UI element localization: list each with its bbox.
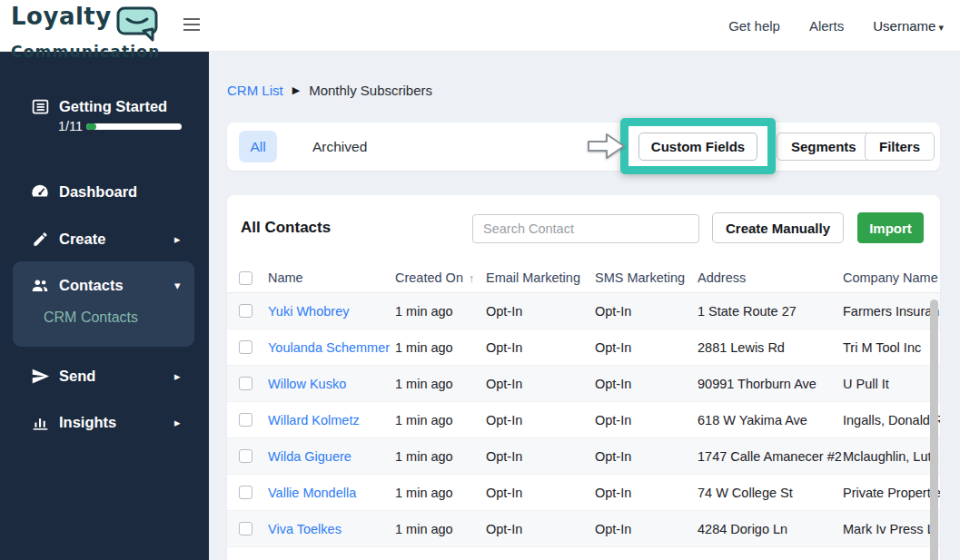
annotation-highlight-box: Custom Fields [620, 118, 776, 174]
get-help-link[interactable]: Get help [728, 18, 780, 34]
tab-all[interactable]: All [239, 131, 277, 162]
contact-name-link[interactable]: Viva Toelkes [268, 522, 341, 536]
cell-created-on: 1 min ago [395, 413, 486, 427]
cell-address: 618 W Yakima Ave [698, 413, 843, 427]
chevron-down-icon: ▾ [938, 22, 944, 33]
top-bar: Loyalty Communication Get help Alerts Us… [0, 0, 960, 52]
contact-name-link[interactable]: Youlanda Schemmer [268, 340, 390, 355]
breadcrumb-current: Monthly Subscribers [309, 83, 432, 98]
table-scrollbar-thumb[interactable] [930, 300, 938, 560]
annotation-arrow-icon [588, 133, 626, 160]
contact-name-link[interactable]: Willow Kusko [268, 377, 346, 391]
contact-name-link[interactable]: Wilda Giguere [268, 449, 351, 464]
cell-email-marketing: Opt-In [486, 377, 595, 391]
row-checkbox[interactable] [239, 449, 252, 463]
table-body: Yuki Whobrey 1 min ago Opt-In Opt-In 1 S… [227, 293, 940, 547]
table-row: Wilda Giguere 1 min ago Opt-In Opt-In 17… [227, 438, 940, 475]
sidebar-item-send[interactable]: Send ▸ [0, 364, 209, 388]
paper-plane-icon [30, 366, 50, 386]
hamburger-menu-icon[interactable] [183, 18, 202, 33]
username-menu[interactable]: Username▾ [873, 18, 944, 34]
table-header-row: Name Created On↑ Email Marketing SMS Mar… [227, 263, 940, 293]
cell-sms-marketing: Opt-In [595, 413, 698, 427]
table-row: Willow Kusko 1 min ago Opt-In Opt-In 909… [227, 366, 940, 402]
contact-name-link[interactable]: Yuki Whobrey [268, 304, 349, 319]
cell-address: 1 State Route 27 [698, 304, 843, 319]
import-button[interactable]: Import [857, 212, 924, 243]
table-row: Willard Kolmetz 1 min ago Opt-In Opt-In … [227, 402, 940, 438]
sidebar-item-insights[interactable]: Insights ▸ [0, 410, 209, 434]
username-label: Username [873, 18, 935, 34]
alerts-link[interactable]: Alerts [809, 18, 844, 34]
cell-created-on: 1 min ago [395, 449, 486, 464]
sidebar-item-crm-contacts[interactable]: CRM Contacts [44, 309, 138, 326]
breadcrumb: CRM List ▶ Monthly Subscribers [227, 83, 432, 98]
sidebar-item-getting-started[interactable]: Getting Started [0, 94, 209, 118]
custom-fields-button[interactable]: Custom Fields [638, 133, 757, 161]
chevron-down-icon: ▾ [174, 279, 181, 292]
checklist-icon [30, 96, 50, 116]
column-header-email-marketing[interactable]: Email Marketing [486, 270, 595, 285]
row-checkbox[interactable] [239, 340, 252, 354]
segments-button[interactable]: Segments [777, 133, 871, 161]
cell-email-marketing: Opt-In [486, 340, 595, 355]
created-on-label: Created On [395, 270, 463, 285]
cell-email-marketing: Opt-In [486, 486, 595, 500]
cell-email-marketing: Opt-In [486, 522, 595, 536]
contact-name-link[interactable]: Willard Kolmetz [268, 413, 360, 427]
cell-email-marketing: Opt-In [486, 449, 595, 464]
cell-created-on: 1 min ago [395, 486, 486, 500]
panel-title: All Contacts [241, 219, 331, 237]
cell-company-name: Mclaughlin, Luth [843, 449, 940, 464]
search-input[interactable] [472, 214, 699, 243]
column-header-address[interactable]: Address [698, 270, 843, 285]
progress-bar [86, 123, 182, 130]
table-row: Vallie Mondella 1 min ago Opt-In Opt-In … [227, 475, 940, 511]
cell-email-marketing: Opt-In [486, 304, 595, 319]
column-header-name[interactable]: Name [268, 270, 395, 285]
row-checkbox[interactable] [239, 377, 252, 390]
send-label: Send [59, 368, 95, 385]
table-row: Youlanda Schemmer 1 min ago Opt-In Opt-I… [227, 329, 940, 366]
cell-company-name: Private Propertie [843, 486, 940, 500]
progress-fill [86, 123, 96, 130]
row-checkbox[interactable] [239, 413, 252, 427]
column-header-sms-marketing[interactable]: SMS Marketing [595, 270, 698, 285]
cell-sms-marketing: Opt-In [595, 522, 698, 536]
filters-button[interactable]: Filters [865, 133, 935, 161]
cell-sms-marketing: Opt-In [595, 449, 698, 464]
sidebar-item-dashboard[interactable]: Dashboard [0, 180, 209, 203]
cell-address: 2881 Lewis Rd [698, 340, 843, 355]
row-checkbox[interactable] [239, 486, 252, 499]
speech-bubble-icon [116, 5, 158, 45]
cell-created-on: 1 min ago [395, 522, 486, 536]
dashboard-label: Dashboard [59, 183, 137, 201]
contact-name-link[interactable]: Vallie Mondella [268, 486, 356, 500]
select-all-checkbox[interactable] [239, 271, 252, 285]
contacts-people-icon [30, 275, 50, 295]
cell-address: 90991 Thorburn Ave [698, 377, 843, 391]
cell-company-name: Tri M Tool Inc [843, 340, 940, 355]
column-header-created-on[interactable]: Created On↑ [395, 270, 486, 285]
app-logo[interactable]: Loyalty Communication [11, 4, 161, 60]
chevron-right-icon: ▸ [174, 232, 181, 246]
pencil-icon [30, 229, 50, 249]
table-row: Viva Toelkes 1 min ago Opt-In Opt-In 428… [227, 511, 940, 547]
cell-created-on: 1 min ago [395, 377, 486, 391]
chevron-right-icon: ▸ [174, 416, 181, 429]
chevron-right-icon: ▸ [174, 369, 181, 383]
tab-archived[interactable]: Archived [300, 131, 380, 162]
cell-company-name: Farmers Insuran [843, 304, 940, 319]
bar-chart-icon [30, 412, 50, 432]
sidebar-item-create[interactable]: Create ▸ [0, 227, 209, 251]
row-checkbox[interactable] [239, 522, 252, 535]
row-checkbox[interactable] [239, 304, 252, 318]
breadcrumb-crm-list-link[interactable]: CRM List [227, 83, 283, 98]
sidebar-item-contacts[interactable]: Contacts ▾ [0, 273, 209, 297]
contacts-panel: All Contacts Create Manually Import Name… [227, 195, 940, 560]
insights-label: Insights [59, 414, 116, 431]
create-manually-button[interactable]: Create Manually [712, 212, 844, 243]
logo-text-line2: Communication [11, 44, 161, 60]
column-header-company-name[interactable]: Company Name [843, 270, 940, 285]
cell-address: 74 W College St [698, 486, 843, 500]
